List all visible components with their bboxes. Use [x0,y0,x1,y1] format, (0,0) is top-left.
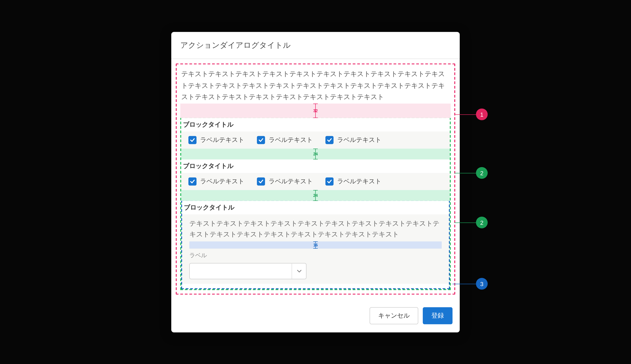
checkbox-label: ラベルテキスト [337,177,381,186]
checkbox-group: ラベルテキスト ラベルテキスト ラベルテキスト [181,131,450,148]
annotation-badge: 3 [476,278,488,290]
annotation-callout-3: 3 [452,278,488,290]
chevron-down-icon [292,263,306,279]
checkbox-item[interactable]: ラベルテキスト [188,177,244,186]
annotation-callout-2: 2 [454,217,488,228]
checkbox-item[interactable]: ラベルテキスト [188,136,244,144]
field-label: ラベル [182,248,449,261]
dialog-body: テキストテキストテキストテキストテキストテキストテキストテキストテキストテキスト… [171,59,460,299]
action-dialog: アクションダイアログタイトル テキストテキストテキストテキストテキストテキストテ… [171,32,460,332]
checkbox-item[interactable]: ラベルテキスト [325,177,381,186]
spacing-value: 16 [311,242,320,247]
dialog-footer: キャンセル 登録 [171,299,460,332]
block-title: ブロックタイトル [181,118,450,131]
submit-button[interactable]: 登録 [423,307,452,324]
block-title: ブロックタイトル [181,159,450,173]
checkbox-checked-icon [257,177,265,186]
select-wrap [182,261,449,284]
annotation-badge: 2 [476,217,488,228]
spacing-indicator-32: 32 [180,104,451,118]
content-outline-green: ブロックタイトル ラベルテキスト ラベルテキスト ラベルテキスト [180,117,451,290]
checkbox-checked-icon [188,136,197,144]
annotation-badge: 2 [476,167,488,179]
checkbox-checked-icon [188,177,197,186]
dialog-header: アクションダイアログタイトル [171,32,460,59]
checkbox-group: ラベルテキスト ラベルテキスト ラベルテキスト [181,173,450,190]
checkbox-item[interactable]: ラベルテキスト [257,136,313,144]
annotation-badge: 1 [476,108,488,120]
annotation-callout-1: 1 [455,108,488,120]
checkbox-checked-icon [325,136,334,144]
checkbox-label: ラベルテキスト [337,136,381,144]
checkbox-item[interactable]: ラベルテキスト [325,136,381,144]
checkbox-item[interactable]: ラベルテキスト [257,177,313,186]
content-outline-blue: ブロックタイトル テキストテキストテキストテキストテキストテキストテキストテキス… [181,200,450,289]
checkbox-label: ラベルテキスト [200,136,244,144]
spacing-indicator-24: 24 [181,190,450,201]
checkbox-label: ラベルテキスト [269,177,313,186]
spacing-value: 24 [311,193,320,198]
checkbox-checked-icon [257,136,265,144]
block-title: ブロックタイトル [182,201,449,214]
dialog-title: アクションダイアログタイトル [180,40,451,50]
cancel-button[interactable]: キャンセル [370,307,418,324]
spacing-value: 24 [311,152,320,156]
content-outline-pink: テキストテキストテキストテキストテキストテキストテキストテキストテキストテキスト… [176,64,455,294]
checkbox-label: ラベルテキスト [269,136,313,144]
checkbox-label: ラベルテキスト [200,177,244,186]
dialog-description: テキストテキストテキストテキストテキストテキストテキストテキストテキストテキスト… [180,68,451,102]
spacing-indicator-16: 16 [189,241,442,248]
spacing-indicator-24: 24 [181,148,450,159]
block-body-text: テキストテキストテキストテキストテキストテキストテキストテキストテキストテキスト… [182,214,449,240]
select-input[interactable] [190,263,292,279]
annotation-callout-2: 2 [454,167,488,179]
select-dropdown[interactable] [189,263,306,279]
spacing-value: 32 [311,108,320,113]
checkbox-checked-icon [325,177,334,186]
